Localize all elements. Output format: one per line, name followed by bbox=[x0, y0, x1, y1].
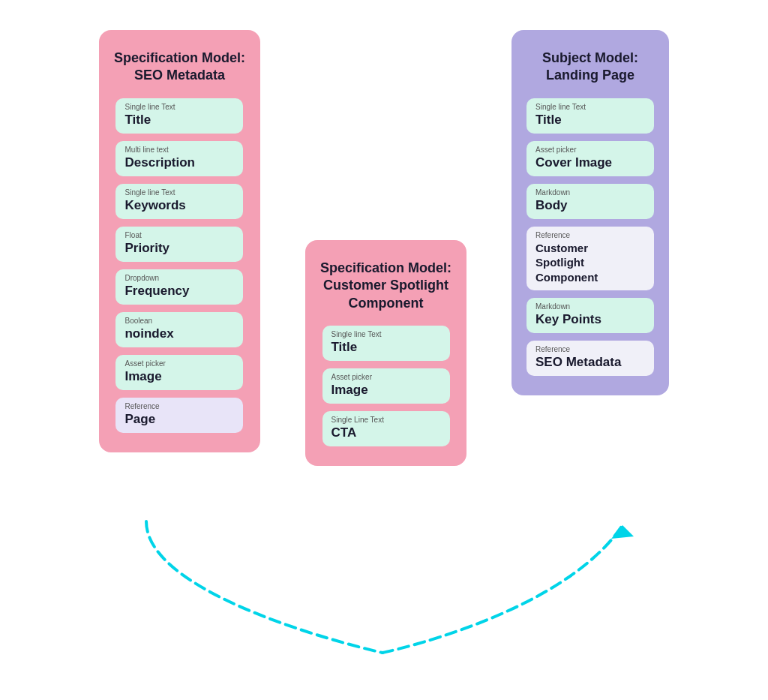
field-name: Description bbox=[124, 155, 195, 170]
field-type: Asset picker bbox=[536, 146, 576, 154]
field-name: Frequency bbox=[124, 284, 189, 299]
field-type: Dropdown bbox=[124, 274, 159, 282]
arrow-curve-to-landing bbox=[382, 525, 622, 653]
field-type: Asset picker bbox=[332, 373, 372, 381]
field-type: Single line Text bbox=[124, 103, 175, 111]
field-type: Float bbox=[124, 231, 141, 239]
field-type: Single line Text bbox=[536, 103, 586, 111]
field-card: Float Priority bbox=[116, 227, 243, 262]
landing-model-title: Subject Model:Landing Page bbox=[542, 50, 638, 85]
field-card: Reference Page bbox=[116, 398, 243, 433]
field-type: Single Line Text bbox=[332, 416, 384, 424]
field-card: Asset picker Image bbox=[116, 355, 243, 390]
field-name: Title bbox=[124, 113, 151, 128]
field-type: Single line Text bbox=[332, 330, 382, 338]
spotlight-model-box: Specification Model:Customer SpotlightCo… bbox=[305, 240, 466, 466]
field-name: Key Points bbox=[536, 312, 602, 327]
field-name: CustomerSpotlightComponent bbox=[536, 241, 598, 285]
seo-model-title: Specification Model:SEO Metadata bbox=[114, 50, 245, 85]
field-type: Boolean bbox=[124, 317, 152, 325]
arrowhead bbox=[611, 525, 634, 539]
field-card: Single Line Text CTA bbox=[322, 411, 450, 446]
field-card: Asset picker Image bbox=[322, 368, 450, 404]
field-name: Body bbox=[536, 198, 568, 213]
field-name: noindex bbox=[124, 326, 173, 341]
field-card: Single line Text Title bbox=[526, 98, 654, 134]
arrow-seo-curve bbox=[146, 521, 382, 653]
field-card: Markdown Body bbox=[526, 184, 654, 219]
field-type: Markdown bbox=[536, 188, 570, 197]
field-name: CTA bbox=[332, 425, 357, 440]
field-card: Boolean noindex bbox=[116, 312, 243, 347]
field-type: Multi line text bbox=[124, 146, 168, 154]
field-name: Image bbox=[124, 369, 161, 384]
field-name: SEO Metadata bbox=[536, 355, 621, 370]
field-card: Reference SEO Metadata bbox=[526, 341, 654, 376]
field-name: Image bbox=[332, 383, 368, 398]
field-card: Reference CustomerSpotlightComponent bbox=[526, 227, 654, 291]
field-type: Reference bbox=[536, 231, 570, 239]
field-card: Dropdown Frequency bbox=[116, 269, 243, 305]
landing-model-box: Subject Model:Landing Page Single line T… bbox=[512, 30, 669, 395]
field-name: Page bbox=[124, 412, 155, 427]
field-type: Reference bbox=[124, 402, 159, 410]
field-name: Title bbox=[332, 340, 358, 355]
field-name: Priority bbox=[124, 241, 170, 256]
field-name: Keywords bbox=[124, 198, 185, 213]
field-name: Cover Image bbox=[536, 155, 612, 170]
field-card: Multi line text Description bbox=[116, 141, 243, 176]
field-type: Markdown bbox=[536, 302, 570, 311]
main-container: Specification Model:SEO Metadata Single … bbox=[0, 0, 768, 466]
spotlight-model-title: Specification Model:Customer SpotlightCo… bbox=[320, 260, 452, 312]
seo-model-box: Specification Model:SEO Metadata Single … bbox=[99, 30, 260, 452]
field-card: Markdown Key Points bbox=[526, 298, 654, 333]
field-type: Single line Text bbox=[124, 188, 175, 197]
field-type: Reference bbox=[536, 345, 570, 353]
field-card: Single line Text Title bbox=[322, 326, 450, 361]
field-type: Asset picker bbox=[124, 359, 165, 368]
field-card: Single line Text Title bbox=[116, 98, 243, 134]
field-name: Title bbox=[536, 113, 562, 128]
field-card: Asset picker Cover Image bbox=[526, 141, 654, 176]
field-card: Single line Text Keywords bbox=[116, 184, 243, 219]
